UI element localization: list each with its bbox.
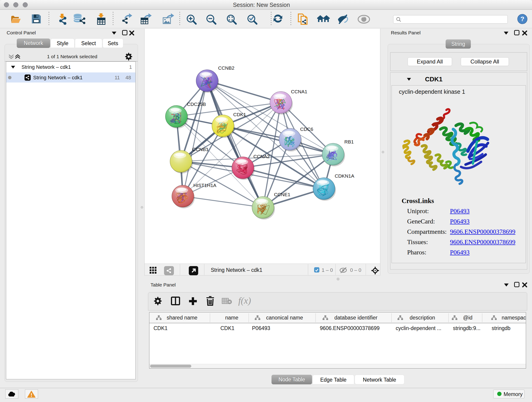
svg-text:CCNA1: CCNA1 (291, 89, 307, 94)
svg-text:RB1: RB1 (344, 139, 354, 144)
svg-text:CDC25B: CDC25B (187, 102, 206, 107)
svg-text:CDK1: CDK1 (233, 112, 246, 117)
svg-text:CDKN1A: CDKN1A (335, 173, 354, 179)
svg-text:CCNE1: CCNE1 (274, 192, 290, 197)
svg-text:CCNA2: CCNA2 (253, 154, 270, 159)
svg-text:CDC6: CDC6 (300, 127, 313, 132)
svg-text:?: ? (520, 15, 524, 22)
svg-text:HIST1H1A: HIST1H1A (193, 183, 216, 188)
svg-text:CCNB2: CCNB2 (218, 65, 234, 70)
svg-text:CCNB1: CCNB1 (192, 147, 209, 152)
